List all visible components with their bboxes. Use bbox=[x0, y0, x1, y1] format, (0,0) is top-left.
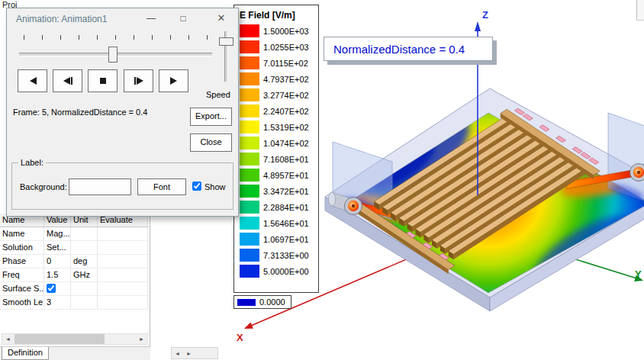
prop-unit[interactable] bbox=[71, 241, 98, 255]
legend-value: 7.1608E+01 bbox=[263, 155, 309, 164]
table-row[interactable]: Phase 0 deg bbox=[0, 255, 150, 268]
legend-value: 7.3133E+00 bbox=[263, 251, 309, 260]
step-forward-icon bbox=[134, 76, 144, 85]
legend-color-swatch bbox=[240, 137, 259, 149]
table-row[interactable]: Surface S... bbox=[0, 282, 150, 296]
show-label-text: Show bbox=[204, 182, 226, 191]
prop-name[interactable]: Freq bbox=[0, 268, 44, 282]
legend-value: 2.2884E+01 bbox=[263, 203, 309, 212]
prop-value[interactable]: 3 bbox=[44, 296, 71, 310]
surface-smoothing-checkbox[interactable] bbox=[47, 284, 56, 293]
play-reverse-icon bbox=[27, 76, 38, 85]
prop-unit[interactable]: deg bbox=[71, 255, 98, 268]
table-row[interactable]: Solution Set... bbox=[0, 241, 150, 255]
minimize-icon[interactable]: — bbox=[141, 11, 161, 26]
scroll-left-icon[interactable]: ◄ bbox=[172, 349, 183, 358]
close-icon[interactable]: ✕ bbox=[211, 11, 231, 26]
prop-value[interactable]: 0 bbox=[44, 255, 71, 268]
animation-dialog[interactable]: Animation: Animation1 — □ ✕ Speed Frame:… bbox=[6, 8, 239, 217]
show-label-checkbox[interactable] bbox=[192, 182, 201, 191]
font-button[interactable]: Font bbox=[137, 178, 186, 195]
dialog-title: Animation: Animation1 bbox=[16, 14, 107, 24]
step-forward-button[interactable] bbox=[124, 69, 153, 92]
prop-value[interactable]: Mag... bbox=[44, 227, 71, 241]
legend-entry: 1.5000E+03 bbox=[240, 23, 318, 39]
legend-entry: 7.0115E+02 bbox=[240, 55, 318, 71]
prop-unit[interactable] bbox=[71, 227, 98, 241]
panel-fragment bbox=[636, 0, 644, 21]
legend-entry: 4.8957E+01 bbox=[240, 167, 318, 183]
close-button[interactable]: Close bbox=[190, 133, 232, 152]
maximize-icon[interactable]: □ bbox=[173, 11, 193, 26]
legend-entry: 3.2774E+02 bbox=[240, 87, 318, 103]
legend-color-swatch bbox=[240, 185, 259, 198]
prop-evaluated[interactable] bbox=[98, 296, 148, 310]
legend-color-swatch bbox=[240, 72, 259, 85]
legend-color-swatch bbox=[240, 40, 259, 53]
prop-evaluated[interactable] bbox=[98, 282, 148, 296]
legend-value: 7.0115E+02 bbox=[263, 59, 308, 68]
step-back-button[interactable] bbox=[53, 69, 82, 92]
legend-color-swatch bbox=[240, 121, 259, 133]
legend-color-swatch bbox=[240, 249, 259, 262]
prop-evaluated[interactable] bbox=[98, 241, 148, 255]
prop-evaluated[interactable] bbox=[98, 227, 148, 241]
label-group-caption: Label: bbox=[18, 158, 46, 167]
legend-color-swatch bbox=[240, 217, 259, 230]
play-reverse-button[interactable] bbox=[18, 69, 47, 92]
normalized-distance-label[interactable]: NormalizedDistance = 0.4 bbox=[324, 37, 493, 61]
scrollbar-thumb[interactable] bbox=[14, 334, 105, 344]
properties-tabbar: Definition bbox=[0, 346, 150, 360]
legend-value: 5.0000E+00 bbox=[263, 267, 309, 276]
prop-name[interactable]: Solution bbox=[0, 241, 44, 255]
legend-color-swatch bbox=[240, 169, 259, 182]
background-color-button[interactable] bbox=[69, 178, 131, 195]
properties-hscrollbar[interactable]: ◄ ► bbox=[2, 333, 148, 345]
export-button[interactable]: Export... bbox=[190, 108, 232, 126]
legend-color-swatch bbox=[240, 88, 259, 101]
legend-entry: 5.0000E+00 bbox=[240, 263, 318, 279]
stop-icon bbox=[98, 76, 108, 85]
play-forward-icon bbox=[169, 76, 179, 85]
table-row[interactable]: Smooth Le... 3 bbox=[0, 296, 150, 310]
label-groupbox: Label: Background: Font Show bbox=[11, 162, 233, 210]
legend-value: 1.5319E+02 bbox=[263, 123, 309, 132]
prop-evaluated[interactable] bbox=[98, 255, 148, 268]
axis-y-label: Y bbox=[635, 268, 642, 280]
prop-evaluated[interactable] bbox=[98, 268, 148, 282]
legend-entry: 7.1608E+01 bbox=[240, 151, 318, 167]
legend-floor-swatch bbox=[237, 299, 256, 306]
scroll-right-icon[interactable]: ► bbox=[183, 349, 195, 358]
prop-unit[interactable] bbox=[71, 282, 98, 296]
table-row[interactable]: Name Mag... bbox=[0, 227, 150, 241]
axis-x-label: X bbox=[237, 332, 243, 343]
scrollbar-track[interactable] bbox=[14, 334, 136, 344]
prop-name[interactable]: Phase bbox=[0, 255, 44, 268]
legend-entry: 1.0255E+03 bbox=[240, 39, 318, 55]
legend-color-swatch bbox=[240, 233, 259, 246]
prop-name[interactable]: Smooth Le... bbox=[0, 296, 44, 310]
legend-color-swatch bbox=[240, 104, 259, 117]
legend-value: 1.0255E+03 bbox=[263, 43, 309, 52]
prop-name[interactable]: Surface S... bbox=[0, 282, 44, 296]
play-forward-button[interactable] bbox=[159, 69, 188, 92]
stop-button[interactable] bbox=[88, 69, 118, 92]
prop-unit[interactable]: GHz bbox=[71, 268, 98, 282]
prop-value[interactable]: Set... bbox=[44, 241, 71, 255]
legend-value: 1.0474E+02 bbox=[263, 139, 309, 148]
legend-entry: 2.2407E+02 bbox=[240, 103, 318, 119]
prop-value[interactable] bbox=[44, 282, 71, 296]
prop-name[interactable]: Name bbox=[0, 227, 44, 241]
prop-unit[interactable] bbox=[71, 296, 98, 310]
legend-value: 3.2774E+02 bbox=[263, 91, 309, 100]
frame-slider-thumb[interactable] bbox=[108, 47, 118, 63]
legend-entry: 1.5646E+01 bbox=[240, 215, 318, 231]
table-row[interactable]: Freq 1.5 GHz bbox=[0, 268, 150, 282]
tab-definition[interactable]: Definition bbox=[2, 347, 49, 360]
scroll-right-icon[interactable]: ► bbox=[136, 334, 147, 344]
legend-floor-value: 0.0000 bbox=[259, 297, 285, 307]
viewport-scroll-fragment[interactable]: ◄ ► bbox=[171, 347, 218, 359]
speed-slider-thumb[interactable] bbox=[219, 37, 233, 46]
prop-value[interactable]: 1.5 bbox=[44, 268, 71, 282]
scroll-left-icon[interactable]: ◄ bbox=[2, 334, 14, 344]
